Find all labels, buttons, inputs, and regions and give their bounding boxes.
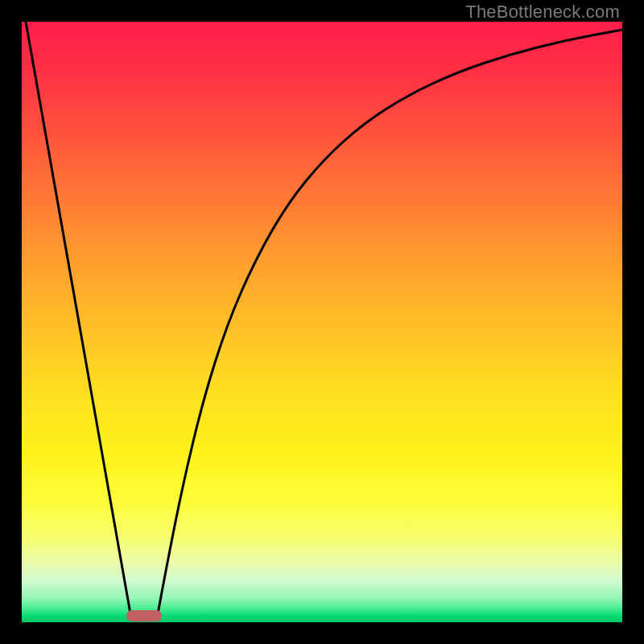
plot-area xyxy=(22,22,622,622)
right-curve xyxy=(157,30,622,618)
curve-layer xyxy=(22,22,622,622)
left-line xyxy=(26,22,131,618)
watermark-text: TheBottleneck.com xyxy=(465,2,620,23)
minimum-marker xyxy=(126,610,162,621)
chart-frame: TheBottleneck.com xyxy=(0,0,644,644)
